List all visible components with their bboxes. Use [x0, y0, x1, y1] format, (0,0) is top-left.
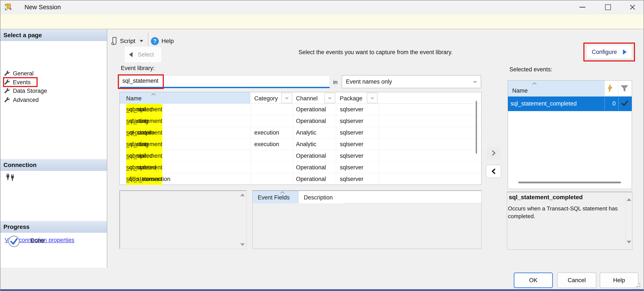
back-arrow-icon — [129, 52, 133, 57]
remove-event-button[interactable] — [486, 165, 501, 178]
vertical-scrollbar-thumb[interactable] — [476, 101, 477, 154]
column-label-category: Category — [254, 95, 278, 102]
script-button[interactable]: Script — [111, 34, 150, 48]
column-label-event-fields: Event Fields — [258, 194, 290, 201]
connection-header: Connection — [0, 159, 107, 171]
column-label-description: Description — [304, 194, 333, 201]
event-fields-table: Event Fields Description — [252, 190, 482, 249]
event-library-table: Name Category Channel Package private_vd… — [120, 92, 482, 185]
maximize-button[interactable] — [598, 0, 618, 14]
ok-button[interactable]: OK — [514, 272, 553, 288]
help-label: Help — [162, 38, 174, 44]
toolbar-separator — [148, 32, 148, 46]
chevron-down-icon — [328, 97, 332, 99]
sort-ascending-icon — [280, 191, 285, 194]
chevron-down-icon — [285, 97, 288, 99]
selected-events-label: Selected events: — [510, 66, 552, 73]
scroll-down-icon[interactable] — [626, 241, 631, 244]
sidebar-item-label: Advanced — [13, 97, 39, 104]
column-separator — [618, 80, 618, 96]
sidebar-item-advanced[interactable]: Advanced — [4, 96, 98, 104]
chevron-down-icon — [370, 97, 374, 99]
done-check-icon — [8, 235, 20, 248]
selected-event-row[interactable]: sql_statement_completed 0 — [508, 96, 632, 111]
sort-ascending-icon — [532, 82, 537, 85]
lightning-icon — [607, 84, 613, 92]
event-package-cell: sqlserver — [340, 104, 364, 115]
event-table-row[interactable]: vdw_sql_statement_completed Operational … — [120, 162, 481, 174]
cancel-button[interactable]: Cancel — [557, 272, 596, 288]
event-package-cell: sqlserver — [340, 174, 364, 185]
event-fields-table-header: Event Fields Description — [252, 191, 481, 203]
event-table-row[interactable]: sql_statement_recompile execution Analyt… — [120, 127, 481, 138]
column-label-channel: Channel — [296, 95, 318, 102]
close-button[interactable] — [622, 0, 643, 14]
wrench-icon — [4, 79, 10, 86]
column-separator — [604, 97, 605, 110]
help-toolbar-button[interactable]: ? Help — [151, 34, 181, 48]
window-title: New Session — [24, 0, 61, 14]
search-scope-dropdown[interactable]: Event names only — [342, 75, 481, 88]
script-dropdown-caret[interactable] — [140, 40, 143, 42]
channel-filter-button[interactable] — [324, 93, 335, 103]
add-event-button[interactable] — [487, 146, 501, 160]
script-label: Script — [120, 38, 136, 44]
in-label: in — [333, 76, 338, 88]
event-channel-cell: Operational — [296, 174, 326, 185]
scroll-down-icon[interactable] — [240, 243, 245, 246]
configure-label: Configure — [592, 49, 617, 56]
event-table-row[interactable]: private_vdw_sql_statement_starting Opera… — [120, 116, 481, 127]
column-separator — [604, 80, 605, 96]
new-session-dialog: New Session i Ready Select a page Genera… — [0, 0, 644, 291]
forward-arrow-icon — [623, 50, 626, 54]
minimize-icon — [580, 7, 585, 8]
event-channel-cell: Operational — [296, 162, 326, 173]
filter-funnel-icon — [621, 85, 628, 92]
event-package-cell: sqlserver — [340, 162, 364, 173]
progress-header: Progress — [0, 221, 107, 233]
event-search-input[interactable] — [120, 76, 330, 88]
event-channel-cell: Analytic — [296, 127, 316, 138]
sidebar-item-data-storage[interactable]: Data Storage — [4, 86, 98, 95]
minimize-button[interactable] — [572, 0, 593, 14]
column-label-name: Name — [126, 95, 142, 102]
left-panel: Select a page General Events Data Storag… — [0, 29, 107, 268]
package-filter-button[interactable] — [367, 93, 378, 103]
sidebar-item-events[interactable]: Events — [4, 78, 98, 86]
column-label-package: Package — [340, 95, 362, 102]
event-description-body: Occurs when a Transact-SQL statement has… — [508, 204, 623, 220]
event-category-cell: execution — [254, 138, 279, 150]
event-table-row[interactable]: private_vdw_sql_statement_compiled Opera… — [120, 104, 481, 116]
scroll-up-icon[interactable] — [626, 198, 631, 201]
bottom-accent-strip — [0, 289, 644, 291]
event-table-row[interactable]: sql_statement_starting execution Analyti… — [120, 138, 481, 150]
selected-events-table: Name sql_statement_completed 0 — [508, 80, 632, 189]
chevron-left-icon — [491, 168, 496, 174]
sidebar-item-label: Data Storage — [13, 88, 47, 94]
title-bar: New Session — [0, 0, 644, 14]
category-filter-button[interactable] — [281, 93, 292, 103]
sidebar-item-label: General — [13, 70, 34, 77]
connection-icon — [6, 173, 16, 183]
event-table-row[interactable]: vdw_sql_statement_fido_transaction Opera… — [120, 174, 481, 185]
event-library-label: Event library: — [121, 65, 155, 72]
horizontal-scrollbar-thumb[interactable] — [518, 182, 621, 183]
select-page-nav-button[interactable]: Select — [125, 47, 161, 62]
sidebar-item-general[interactable]: General — [4, 69, 98, 78]
help-button[interactable]: Help — [600, 272, 638, 288]
description-scrollbar[interactable] — [625, 192, 632, 250]
wrench-icon — [4, 97, 10, 103]
selected-event-count: 0 — [604, 96, 616, 111]
event-description-title: sql_statement_completed — [509, 194, 583, 201]
search-scope-value: Event names only — [346, 78, 392, 85]
help-question-icon: ? — [151, 37, 159, 45]
event-package-cell: sqlserver — [340, 138, 364, 150]
event-table-row[interactable]: vdw_sql_statement_compiled Operational s… — [120, 150, 481, 162]
progress-status: Done — [30, 237, 44, 244]
scroll-up-icon[interactable] — [240, 194, 245, 196]
chevron-down-icon — [140, 40, 143, 42]
configure-button[interactable]: Configure — [586, 45, 632, 59]
event-category-cell: execution — [254, 127, 279, 138]
filter-check-icon[interactable] — [622, 100, 628, 106]
selected-event-name: sql_statement_completed — [510, 96, 577, 111]
